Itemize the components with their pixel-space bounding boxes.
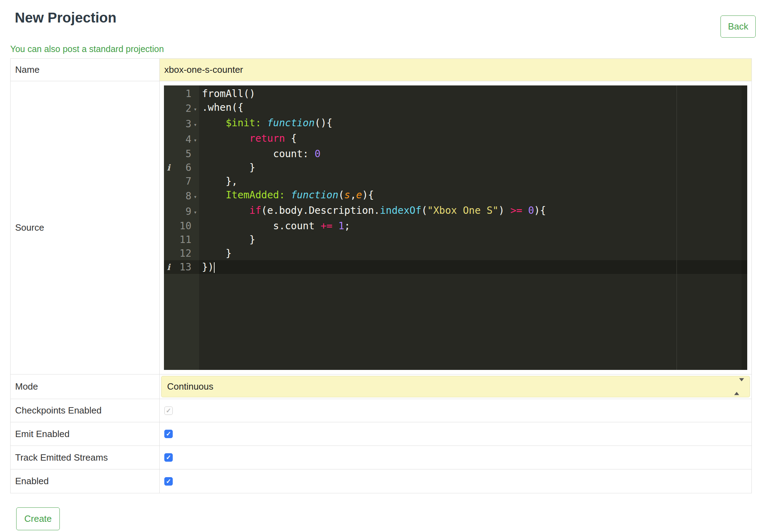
editor-gutter: i13 [164,260,199,274]
line-number: 12 [173,246,191,260]
editor-line[interactable]: 2▾.when({ [164,101,747,116]
emit-label: Emit Enabled [11,422,160,446]
enabled-label: Enabled [11,469,160,493]
editor-lines: 1fromAll()2▾.when({3▾ $init: function(){… [164,87,747,274]
editor-gutter: 7 [164,174,199,188]
code-line-content[interactable]: ItemAdded: function(s,e){ [199,188,374,204]
track-label: Track Emitted Streams [11,446,160,469]
back-button[interactable]: Back [720,15,756,38]
code-line-content[interactable]: s.count += 1; [199,219,350,233]
editor-gutter: 10 [164,219,199,233]
editor-line[interactable]: 11 } [164,233,747,246]
standard-projection-link[interactable]: You can also post a standard projection [10,44,164,54]
line-number: 2 [173,102,191,115]
editor-line[interactable]: 7 }, [164,174,747,188]
text-cursor [214,262,215,273]
fold-slot [191,252,199,254]
editor-line[interactable]: i6 } [164,161,747,174]
new-projection-page: New Projection Back You can also post a … [0,10,762,532]
code-line-content[interactable]: fromAll() [199,87,255,101]
annotation-info-icon: i [164,161,173,174]
fold-slot [191,153,199,155]
editor-line[interactable]: 8▾ ItemAdded: function(s,e){ [164,188,747,204]
editor-gutter: 11 [164,233,199,246]
mode-select[interactable]: Continuous [161,376,750,397]
enabled-checkbox[interactable] [164,477,173,486]
checkpoints-label: Checkpoints Enabled [11,399,160,422]
editor-scrollbar[interactable] [742,85,747,370]
editor-gutter: 12 [164,246,199,260]
emit-enabled-checkbox[interactable] [164,430,173,438]
checkpoints-row: Checkpoints Enabled [11,399,751,422]
editor-gutter: 5 [164,147,199,161]
checkpoints-enabled-checkbox [164,406,173,415]
page-title: New Projection [15,10,752,26]
source-row: Source 1fromAll()2▾.when({3▾ $init: func… [11,81,751,374]
editor-gutter: 3▾ [164,116,199,132]
source-code-editor[interactable]: 1fromAll()2▾.when({3▾ $init: function(){… [164,85,747,370]
code-line-content[interactable]: count: 0 [199,147,320,161]
editor-gutter: i6 [164,161,199,174]
mode-row: Mode Continuous [11,374,751,399]
fold-slot [191,93,199,95]
print-margin-ruler [677,85,677,370]
mode-label: Mode [11,374,160,399]
code-line-content[interactable]: } [199,233,255,246]
editor-line[interactable]: 4▾ return { [164,132,747,147]
code-line-content[interactable]: } [199,246,231,260]
line-number: 9 [173,205,191,218]
annotation-info-icon: i [164,260,173,274]
line-number: 3 [173,117,191,131]
line-number: 13 [173,260,191,274]
fold-chevron-icon[interactable]: ▾ [191,132,199,147]
line-number: 11 [173,233,191,246]
fold-slot [191,225,199,227]
fold-chevron-icon[interactable]: ▾ [191,204,199,219]
code-line-content[interactable]: if(e.body.Description.indexOf("Xbox One … [199,204,546,219]
fold-chevron-icon[interactable]: ▾ [191,101,199,116]
projection-name-input[interactable] [160,59,751,81]
editor-gutter: 1 [164,87,199,101]
line-number: 4 [173,133,191,146]
editor-line[interactable]: 1fromAll() [164,87,747,101]
source-label: Source [11,81,160,374]
editor-gutter: 4▾ [164,132,199,147]
line-number: 10 [173,219,191,233]
fold-slot [191,180,199,182]
fold-slot [191,167,199,168]
line-number: 7 [173,174,191,188]
fold-chevron-icon[interactable]: ▾ [191,116,199,132]
editor-line[interactable]: 3▾ $init: function(){ [164,116,747,132]
editor-line[interactable]: 9▾ if(e.body.Description.indexOf("Xbox O… [164,204,747,219]
line-number: 6 [173,161,191,174]
projection-form: Name Source 1fromAll()2▾.when({3▾ $init:… [10,58,752,493]
line-number: 5 [173,147,191,161]
editor-line[interactable]: 12 } [164,246,747,260]
code-line-content[interactable]: .when({ [199,101,243,116]
track-row: Track Emitted Streams [11,446,751,469]
code-line-content[interactable]: return { [199,132,297,147]
editor-gutter: 8▾ [164,188,199,204]
emit-row: Emit Enabled [11,422,751,446]
code-line-content[interactable]: } [199,161,255,174]
enabled-row: Enabled [11,469,751,493]
name-label: Name [11,59,160,81]
code-line-content[interactable]: }) [199,260,215,274]
mode-select-value: Continuous [167,381,214,392]
editor-gutter: 2▾ [164,101,199,116]
fold-slot [191,266,199,268]
fold-chevron-icon[interactable]: ▾ [191,188,199,204]
code-line-content[interactable]: $init: function(){ [199,116,332,132]
name-row: Name [11,59,751,81]
editor-line[interactable]: i13}) [164,260,747,274]
code-line-content[interactable]: }, [199,174,237,188]
fold-slot [191,239,199,241]
editor-line[interactable]: 10 s.count += 1; [164,219,747,233]
select-arrows-icon [734,381,744,392]
create-button[interactable]: Create [16,507,60,530]
editor-line[interactable]: 5 count: 0 [164,147,747,161]
editor-gutter: 9▾ [164,204,199,219]
line-number: 1 [173,87,191,101]
line-number: 8 [173,189,191,203]
track-emitted-streams-checkbox[interactable] [164,453,173,462]
